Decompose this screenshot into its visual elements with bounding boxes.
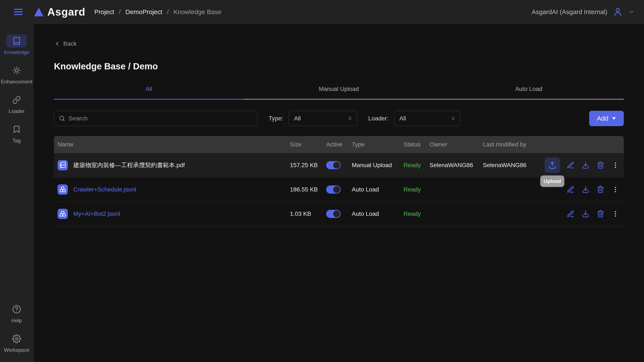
user-avatar-icon[interactable] — [613, 7, 623, 17]
trash-icon — [596, 161, 604, 169]
status-badge: Ready — [404, 162, 430, 169]
file-type: Auto Load — [352, 186, 404, 193]
table-row: My+AI+Bot2.jsonl 1.03 KB Auto Load Ready — [54, 202, 624, 226]
col-header-active: Active — [326, 141, 352, 148]
sidebar-item-knowledge[interactable]: Knowledge — [4, 34, 30, 55]
sidebar-item-help[interactable]: Help — [6, 303, 27, 324]
filter-toolbar: Type: All Loader: All Add — [54, 111, 624, 126]
edit-button[interactable] — [566, 185, 575, 194]
delete-button[interactable] — [596, 161, 605, 169]
pencil-icon — [566, 186, 575, 194]
sidebar-item-label: Enhancement — [1, 79, 32, 85]
last-modified-by: SelenaWANG86 — [483, 162, 545, 169]
active-toggle[interactable] — [326, 186, 341, 194]
add-button-label: Add — [597, 115, 608, 122]
caret-down-icon — [612, 117, 616, 120]
tab-bar: All Manual Upload Auto Load — [54, 86, 624, 100]
hamburger-menu-icon[interactable] — [14, 7, 22, 17]
col-header-last-modified: Last modified by — [483, 141, 545, 148]
search-input[interactable] — [69, 115, 252, 122]
sidebar-item-tag[interactable]: Tag — [6, 123, 27, 144]
pencil-icon — [566, 210, 575, 218]
breadcrumb-knowledge-base: Knowledge Base — [174, 8, 222, 16]
logo-text: Asgard — [47, 6, 85, 18]
add-button[interactable]: Add — [589, 111, 624, 126]
updown-chevrons-icon — [451, 116, 456, 121]
loader-select[interactable]: All — [394, 111, 460, 126]
file-name[interactable]: 建築物室內裝修—工程承攬契約書範本.pdf — [73, 161, 185, 169]
edit-button[interactable] — [566, 210, 575, 218]
file-size: 157.25 KB — [290, 162, 326, 169]
file-size: 1.03 KB — [290, 211, 326, 217]
search-box[interactable] — [54, 111, 258, 126]
kebab-menu-icon — [612, 161, 619, 169]
table-header-row: Name Size Active Type Status Owner Last … — [54, 136, 624, 153]
kebab-menu-icon — [612, 186, 619, 193]
page-title: Knowledge Base / Demo — [54, 61, 624, 72]
breadcrumb-separator: / — [119, 8, 121, 16]
breadcrumb-separator: / — [167, 8, 168, 16]
col-header-size: Size — [290, 141, 326, 148]
tab-manual-upload[interactable]: Manual Upload — [244, 86, 434, 100]
file-name-link[interactable]: My+AI+Bot2.jsonl — [73, 211, 120, 217]
delete-button[interactable] — [596, 210, 605, 218]
sidebar-item-workspace[interactable]: Workspace — [4, 332, 30, 353]
sidebar-item-loader[interactable]: Loader — [6, 93, 27, 114]
sidebar-item-label: Loader — [9, 108, 25, 114]
download-icon — [582, 210, 590, 218]
file-size: 186.55 KB — [290, 186, 326, 193]
more-actions-button[interactable] — [611, 210, 620, 218]
app-logo[interactable]: Asgard — [33, 6, 85, 18]
breadcrumb-project[interactable]: Project — [94, 8, 114, 16]
active-toggle[interactable] — [326, 210, 341, 218]
col-header-type: Type — [352, 141, 404, 148]
edit-button[interactable] — [566, 161, 575, 169]
more-actions-button[interactable] — [611, 161, 620, 169]
table-row: Crawler+Schedule.jsonl 186.55 KB Auto Lo… — [54, 177, 624, 202]
col-header-name: Name — [54, 141, 290, 148]
download-icon — [582, 161, 590, 169]
delete-button[interactable] — [596, 185, 605, 194]
sidebar-item-label: Workspace — [4, 347, 30, 353]
breadcrumb: Project / DemoProject / Knowledge Base — [94, 8, 222, 16]
upload-button[interactable] — [545, 157, 560, 173]
breadcrumb-demoproject[interactable]: DemoProject — [125, 8, 162, 16]
main-content: Back Knowledge Base / Demo All Manual Up… — [34, 24, 644, 362]
download-button[interactable] — [581, 210, 590, 218]
jsonl-file-icon — [58, 185, 68, 195]
status-badge: Ready — [404, 186, 430, 193]
account-label: AsgardAI (Asgard Internal) — [532, 8, 607, 16]
sidebar-item-label: Tag — [12, 138, 21, 144]
type-select[interactable]: All — [289, 111, 357, 126]
chevron-left-icon — [54, 41, 60, 47]
download-button[interactable] — [581, 161, 590, 169]
gear-icon — [6, 332, 27, 345]
more-actions-button[interactable] — [611, 185, 620, 194]
help-circle-icon — [6, 303, 27, 316]
table-row: PDF 建築物室內裝修—工程承攬契約書範本.pdf 157.25 KB Manu… — [54, 153, 624, 177]
file-name-link[interactable]: Crawler+Schedule.jsonl — [73, 186, 136, 193]
search-icon — [59, 115, 65, 122]
trash-icon — [596, 186, 604, 194]
sidebar-item-enhancement[interactable]: Enhancement — [1, 64, 32, 85]
book-icon — [6, 34, 27, 48]
download-icon — [582, 186, 590, 194]
sun-icon — [6, 64, 27, 77]
account-chevron-down-icon[interactable] — [628, 9, 634, 15]
left-sidebar: Knowledge Enhancement Loader Tag Help W — [0, 24, 34, 362]
upload-tooltip: Upload — [540, 175, 564, 187]
tab-all[interactable]: All — [54, 86, 244, 100]
back-button[interactable]: Back — [54, 40, 82, 47]
jsonl-file-icon — [58, 209, 68, 219]
file-type: Manual Upload — [352, 162, 404, 169]
top-header-bar: Asgard Project / DemoProject / Knowledge… — [0, 0, 644, 24]
logo-triangle-icon — [33, 7, 44, 18]
active-toggle[interactable] — [326, 161, 341, 169]
knowledge-table: Name Size Active Type Status Owner Last … — [54, 136, 624, 226]
svg-text:PDF: PDF — [61, 164, 65, 166]
bookmark-icon — [6, 123, 27, 136]
loader-select-value: All — [399, 115, 406, 122]
pencil-icon — [566, 161, 575, 169]
tab-auto-load[interactable]: Auto Load — [434, 86, 624, 100]
download-button[interactable] — [581, 185, 590, 194]
